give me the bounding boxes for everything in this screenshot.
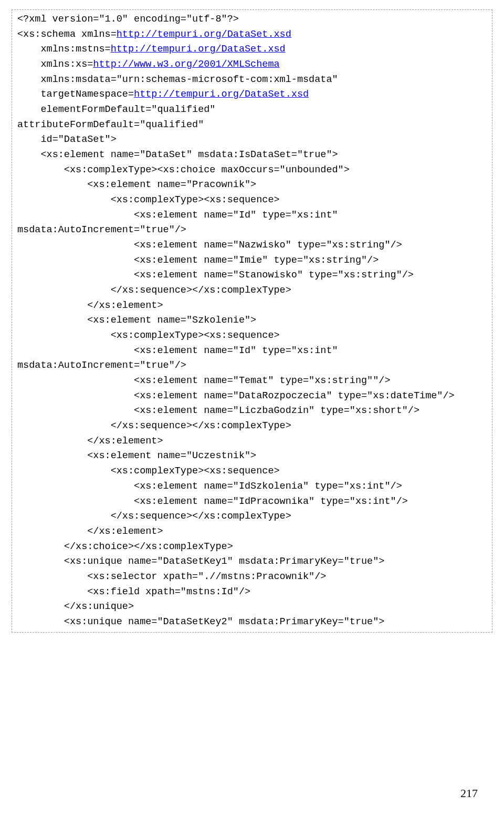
code-line: <xs:unique name="DataSetKey1" msdata:Pri… xyxy=(17,554,487,570)
code-line: attributeFormDefault="qualified" xyxy=(17,118,487,133)
code-line: xmlns:msdata="urn:schemas-microsoft-com:… xyxy=(17,73,487,88)
code-text: <xs:element name="Stanowisko" type="xs:s… xyxy=(17,270,414,281)
code-text: <xs:complexType><xs:sequence> xyxy=(17,194,280,205)
code-text: xmlns:xs= xyxy=(17,59,93,70)
code-line: xmlns:mstns=http://tempuri.org/DataSet.x… xyxy=(17,42,487,57)
code-line: </xs:element> xyxy=(17,298,487,314)
code-text: </xs:sequence></xs:complexType> xyxy=(17,511,291,522)
code-line: <xs:element name="Temat" type="xs:string… xyxy=(17,374,487,389)
code-line: <xs:element name="Id" type="xs:int" msda… xyxy=(17,208,487,238)
code-text: <xs:element name="Pracownik"> xyxy=(17,179,256,190)
code-text: elementFormDefault="qualified" xyxy=(17,104,215,115)
code-text: xmlns:msdata="urn:schemas-microsoft-com:… xyxy=(17,74,338,85)
url-link[interactable]: http://tempuri.org/DataSet.xsd xyxy=(111,44,286,55)
code-line: <xs:element name="DataSet" msdata:IsData… xyxy=(17,148,487,163)
code-line: </xs:element> xyxy=(17,524,487,540)
code-line: <xs:complexType><xs:sequence> xyxy=(17,193,487,208)
code-line: targetNamespace=http://tempuri.org/DataS… xyxy=(17,87,487,102)
url-link[interactable]: http://tempuri.org/DataSet.xsd xyxy=(117,29,291,40)
code-line: </xs:sequence></xs:complexType> xyxy=(17,509,487,524)
code-line: <xs:field xpath="mstns:Id"/> xyxy=(17,585,487,600)
code-line: </xs:sequence></xs:complexType> xyxy=(17,419,487,434)
code-text: </xs:element> xyxy=(17,526,163,537)
code-line: <xs:element name="IdPracownika" type="xs… xyxy=(17,494,487,510)
code-text: </xs:element> xyxy=(17,300,163,311)
code-line: </xs:choice></xs:complexType> xyxy=(17,540,487,555)
code-line: <xs:selector xpath=".//mstns:Pracownik"/… xyxy=(17,570,487,585)
code-line: <xs:element name="Nazwisko" type="xs:str… xyxy=(17,238,487,253)
code-line: <xs:element name="Uczestnik"> xyxy=(17,449,487,464)
code-text: <xs:element name="IdSzkolenia" type="xs:… xyxy=(17,481,402,492)
code-line: <xs:element name="DataRozpoczecia" type=… xyxy=(17,389,487,404)
code-text: targetNamespace= xyxy=(17,89,134,100)
code-line: elementFormDefault="qualified" xyxy=(17,102,487,118)
code-line: </xs:unique> xyxy=(17,600,487,615)
code-line: id="DataSet"> xyxy=(17,132,487,148)
code-text: <xs:element name="Nazwisko" type="xs:str… xyxy=(17,240,402,251)
url-link[interactable]: http://tempuri.org/DataSet.xsd xyxy=(134,89,309,100)
code-line: </xs:sequence></xs:complexType> xyxy=(17,283,487,298)
code-text: <xs:element name="DataSet" msdata:IsData… xyxy=(17,149,338,160)
code-line: <xs:schema xmlns=http://tempuri.org/Data… xyxy=(17,27,487,43)
code-text: xmlns:mstns= xyxy=(17,44,111,55)
code-text: <xs:element name="Szkolenie"> xyxy=(17,315,256,326)
code-line: <?xml version="1.0" encoding="utf-8"?> xyxy=(17,12,487,27)
code-line: <xs:complexType><xs:choice maxOccurs="un… xyxy=(17,163,487,178)
code-line: <xs:element name="Id" type="xs:int" msda… xyxy=(17,344,487,374)
page-number: 217 xyxy=(460,784,478,802)
code-text: </xs:sequence></xs:complexType> xyxy=(17,420,291,431)
code-text: <xs:element name="Id" type="xs:int" msda… xyxy=(17,210,344,236)
code-line: <xs:element name="Stanowisko" type="xs:s… xyxy=(17,268,487,283)
code-line: <xs:complexType><xs:sequence> xyxy=(17,328,487,344)
code-text: <xs:field xpath="mstns:Id"/> xyxy=(17,586,250,597)
code-text: <xs:element name="Id" type="xs:int" msda… xyxy=(17,345,344,371)
code-text: <?xml version="1.0" encoding="utf-8"?> xyxy=(17,14,239,25)
code-text: <xs:unique name="DataSetKey2" msdata:Pri… xyxy=(17,616,384,627)
code-line: </xs:element> xyxy=(17,434,487,449)
code-text: <xs:element name="Imie" type="xs:string"… xyxy=(17,255,379,266)
code-line: <xs:element name="IdSzkolenia" type="xs:… xyxy=(17,479,487,494)
code-text: <xs:element name="DataRozpoczecia" type=… xyxy=(17,390,455,401)
code-text: <xs:complexType><xs:sequence> xyxy=(17,466,280,477)
code-line: <xs:element name="Imie" type="xs:string"… xyxy=(17,253,487,268)
code-line: <xs:unique name="DataSetKey2" msdata:Pri… xyxy=(17,615,487,630)
code-text: <xs:complexType><xs:sequence> xyxy=(17,330,280,341)
code-text: </xs:sequence></xs:complexType> xyxy=(17,285,291,296)
code-line: <xs:complexType><xs:sequence> xyxy=(17,464,487,479)
code-text: <xs:complexType><xs:choice maxOccurs="un… xyxy=(17,164,350,175)
code-text: <xs:selector xpath=".//mstns:Pracownik"/… xyxy=(17,571,326,582)
url-link[interactable]: http://www.w3.org/2001/XMLSchema xyxy=(93,59,279,70)
code-text: </xs:element> xyxy=(17,436,163,447)
code-text: <xs:element name="Temat" type="xs:string… xyxy=(17,375,391,386)
code-text: id="DataSet"> xyxy=(17,134,117,145)
code-text: <xs:element name="IdPracownika" type="xs… xyxy=(17,496,408,507)
code-text: </xs:choice></xs:complexType> xyxy=(17,541,233,552)
code-text: <xs:element name="LiczbaGodzin" type="xs… xyxy=(17,405,419,416)
code-text: <xs:element name="Uczestnik"> xyxy=(17,450,256,461)
code-block: <?xml version="1.0" encoding="utf-8"?><x… xyxy=(12,9,492,633)
code-line: xmlns:xs=http://www.w3.org/2001/XMLSchem… xyxy=(17,57,487,73)
code-line: <xs:element name="Szkolenie"> xyxy=(17,313,487,328)
code-line: <xs:element name="Pracownik"> xyxy=(17,178,487,193)
code-text: <xs:schema xmlns= xyxy=(17,29,117,40)
code-line: <xs:element name="LiczbaGodzin" type="xs… xyxy=(17,404,487,419)
page: <?xml version="1.0" encoding="utf-8"?><x… xyxy=(0,0,504,816)
code-text: <xs:unique name="DataSetKey1" msdata:Pri… xyxy=(17,556,384,567)
code-text: attributeFormDefault="qualified" xyxy=(17,119,204,130)
code-text: </xs:unique> xyxy=(17,601,134,612)
